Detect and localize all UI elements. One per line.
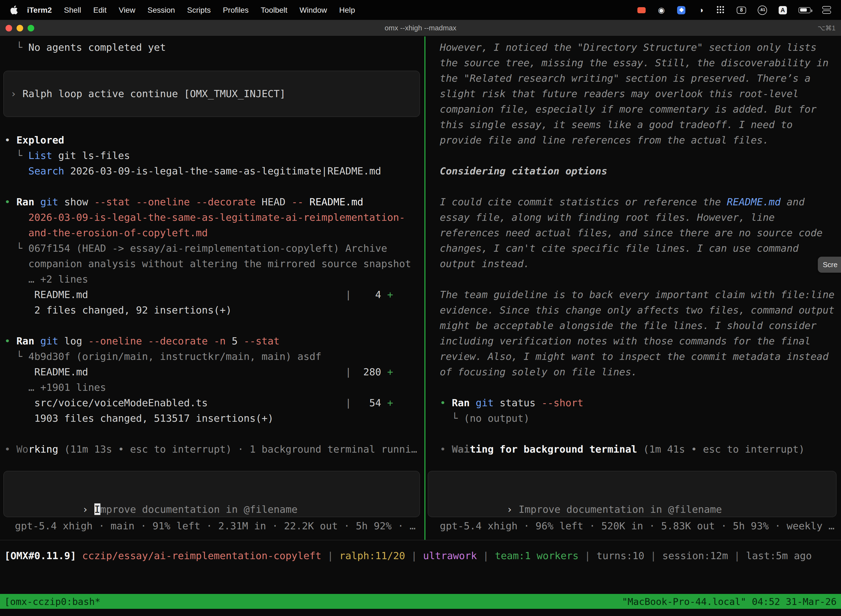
terminal-line: I could cite commit statistics or refere…: [440, 194, 841, 210]
blank-line: [4, 318, 424, 333]
tmux-host-clock: "MacBook-Pro-44.local" 04:52 31-Mar-26: [622, 596, 837, 607]
menu-bar: iTerm2ShellEditViewSessionScriptsProfile…: [0, 0, 841, 20]
dots-grid-icon[interactable]: [717, 6, 725, 14]
blank-line: [440, 380, 841, 395]
terminal-line: • Ran git show --stat --oneline --decora…: [4, 194, 424, 210]
terminal-line: the source tree, missing the essay. Stil…: [440, 55, 841, 70]
menu-item-help[interactable]: Help: [333, 6, 361, 14]
tmux-panes: └ No agents completed yet › Ralph loop a…: [0, 37, 841, 540]
close-button[interactable]: [6, 25, 12, 31]
terminal-line: └ 067f154 (HEAD -> essay/ai-reimplementa…: [4, 241, 424, 256]
terminal-line: essay file, along with finding root file…: [440, 210, 841, 225]
menu-items: iTerm2ShellEditViewSessionScriptsProfile…: [21, 6, 361, 14]
input-cursor: I: [94, 503, 100, 515]
menu-item-window[interactable]: Window: [294, 6, 333, 14]
tmux-status-bar: [omx-cczip0:bash* "MacBook-Pro-44.local"…: [0, 594, 841, 609]
menu-item-iterm2[interactable]: iTerm2: [21, 6, 58, 14]
tmux-session-window: [omx-cczip0:bash*: [4, 596, 100, 607]
battery-gauge-icon[interactable]: .61: [757, 5, 767, 15]
terminal-line: might be acceptable alongside the file l…: [440, 318, 841, 333]
terminal-line: • Ran git status --short: [440, 395, 841, 411]
terminal-line: companion file, especially if more comme…: [440, 101, 841, 117]
model-status-right: gpt-5.4 xhigh · 96% left · 520K in · 5.8…: [425, 518, 841, 534]
blank-line: [440, 271, 841, 287]
window-title: omx --xhigh --madmax: [0, 24, 841, 32]
terminal-line: 1903 files changed, 513517 insertions(+): [4, 411, 424, 426]
prompt-input-right[interactable]: › Improve documentation in @filename: [428, 471, 837, 517]
terminal-line: └ List git ls-files: [4, 148, 424, 163]
terminal-line: of focusing solely on file lines.: [440, 364, 841, 380]
prompt-input-left[interactable]: › Improve documentation in @filename: [3, 471, 420, 517]
terminal-line: However, I noticed the "Directory Struct…: [440, 40, 841, 55]
menu-item-profiles[interactable]: Profiles: [217, 6, 255, 14]
terminal-line: 2 files changed, 92 insertions(+): [4, 302, 424, 318]
terminal-line: › Ralph loop active continue [OMX_TMUX_I…: [10, 86, 286, 101]
input-prompt-icon: ›: [507, 503, 519, 515]
globe-icon[interactable]: ◉: [657, 6, 665, 14]
blank-line: [4, 426, 424, 441]
control-center-icon[interactable]: [822, 6, 831, 14]
battery-icon[interactable]: [799, 7, 811, 13]
screen-share-tab[interactable]: Scre: [818, 257, 841, 273]
terminal-line: including verification notes with those …: [440, 333, 841, 349]
input-prompt-icon: ›: [82, 503, 94, 515]
terminal-line: [OMX#0.11.9] cczip/essay/ai-reimplementa…: [4, 548, 841, 563]
keypad-app-icon[interactable]: 8: [737, 6, 746, 13]
zoom-button[interactable]: [28, 25, 34, 31]
launcher-app-icon[interactable]: [677, 6, 686, 14]
terminal-line: references need actual files, and since …: [440, 225, 841, 241]
terminal-line: └ No agents completed yet: [4, 40, 424, 55]
tmux-pane-right[interactable]: However, I noticed the "Directory Struct…: [425, 37, 841, 540]
window-title-bar[interactable]: omx --xhigh --madmax ⌥⌘1: [0, 20, 841, 37]
menu-item-shell[interactable]: Shell: [58, 6, 87, 14]
menu-item-scripts[interactable]: Scripts: [181, 6, 217, 14]
terminal-line: Considering citation options: [440, 163, 841, 179]
terminal-line: src/voice/voiceModeEnabled.ts | 54 +: [4, 395, 424, 411]
model-status-left: gpt-5.4 xhigh · main · 91% left · 2.31M …: [0, 518, 424, 534]
menu-item-toolbelt[interactable]: Toolbelt: [255, 6, 294, 14]
traffic-lights: [0, 25, 34, 31]
terminal-line: the "Related research writing" section i…: [440, 70, 841, 86]
input-ghost-text: Improve documentation in @filename: [519, 503, 722, 515]
terminal-line: evidence. Since this change only affects…: [440, 302, 841, 318]
menu-item-session[interactable]: Session: [141, 6, 181, 14]
menu-bar-status-icons: ◉◑8.61A: [637, 5, 834, 15]
screen-recording-indicator-icon[interactable]: [637, 7, 646, 13]
terminal-line: changes, I can't cite specific file line…: [440, 241, 841, 256]
queued-message-box: › Ralph loop active continue [OMX_TMUX_I…: [3, 70, 420, 117]
terminal-line: … +2 lines: [4, 271, 424, 287]
screen: iTerm2ShellEditViewSessionScriptsProfile…: [0, 0, 841, 616]
blank-line: [4, 55, 424, 70]
terminal-line: companion analysis without altering the …: [4, 256, 424, 271]
minimize-button[interactable]: [16, 25, 23, 31]
moon-app-icon[interactable]: ◑: [697, 6, 705, 14]
apple-menu-icon[interactable]: [7, 0, 21, 20]
menu-item-edit[interactable]: Edit: [87, 6, 113, 14]
terminal-line: README.md | 280 +: [4, 364, 424, 380]
terminal-line: └ (no output): [440, 411, 841, 426]
terminal-line: provide file and line references from th…: [440, 132, 841, 148]
left-pane-lines-top: └ No agents completed yet: [0, 37, 424, 70]
omx-status-line: [OMX#0.11.9] cczip/essay/ai-reimplementa…: [0, 548, 841, 563]
terminal-line: 2026-03-09-is-legal-the-same-as-legitima…: [4, 210, 424, 225]
queued-message-line: › Ralph loop active continue [OMX_TMUX_I…: [10, 86, 286, 101]
terminal-line: and-the-erosion-of-copyleft.md: [4, 225, 424, 241]
blank-line: [4, 117, 424, 132]
blank-line: [440, 426, 841, 441]
tmux-pane-left[interactable]: └ No agents completed yet › Ralph loop a…: [0, 37, 424, 540]
blank-line: [4, 179, 424, 194]
tab-shortcut-hint: ⌥⌘1: [818, 24, 841, 32]
input-source-icon[interactable]: A: [779, 6, 787, 14]
terminal: └ No agents completed yet › Ralph loop a…: [0, 37, 841, 616]
terminal-line: this single essay, it seems like a good …: [440, 117, 841, 132]
menu-item-view[interactable]: View: [113, 6, 141, 14]
right-pane-lines: However, I noticed the "Directory Struct…: [425, 37, 841, 457]
terminal-line: Search 2026-03-09-is-legal-the-same-as-l…: [4, 163, 424, 179]
terminal-line: review. Also, I might want to inspect th…: [440, 349, 841, 364]
input-ghost-text: mprove documentation in @filename: [100, 503, 297, 515]
terminal-line: └ 4b9d30f (origin/main, instructkr/main,…: [4, 349, 424, 364]
terminal-line: • Explored: [4, 132, 424, 148]
blank-line: [440, 179, 841, 194]
terminal-line: … +1901 lines: [4, 380, 424, 395]
terminal-line: slight risk that future readers may over…: [440, 86, 841, 101]
